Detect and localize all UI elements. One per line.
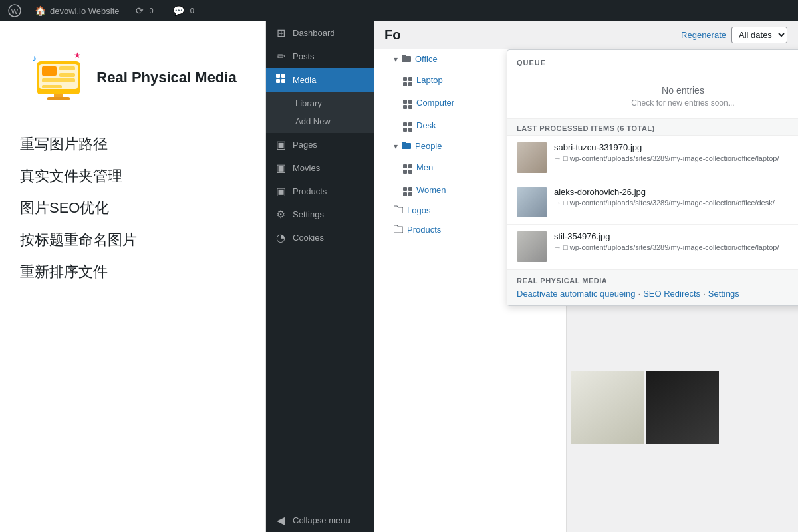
media-thumb-7[interactable] (571, 371, 644, 444)
queue-title: QUEUE (517, 59, 546, 66)
folder-label-computer: Computer (416, 98, 454, 108)
svg-rect-9 (42, 78, 75, 82)
media-thumb-8[interactable] (646, 371, 719, 444)
grid-icon-desk (403, 118, 412, 132)
feature-item-3: 图片SEO优化 (20, 198, 245, 218)
dashboard-icon: ⊞ (274, 27, 287, 39)
sidebar-label-settings: Settings (293, 209, 324, 219)
office-toggle-icon: ▾ (394, 55, 398, 64)
movies-icon: ▣ (274, 162, 287, 174)
queue-footer-title: REAL PHYSICAL MEDIA (517, 277, 798, 285)
folder-icon-office (402, 54, 411, 64)
cookies-icon: ◔ (274, 231, 287, 244)
wp-sidebar: ⊞ Dashboard ✏ Posts Media Library (266, 21, 374, 532)
sidebar-item-pages[interactable]: ▣ Pages (266, 133, 374, 156)
feature-item-5: 重新排序文件 (20, 262, 245, 282)
sidebar-item-movies[interactable]: ▣ Movies (266, 156, 374, 180)
sidebar-label-posts: Posts (293, 51, 315, 61)
pages-icon: ▣ (274, 138, 287, 151)
admin-bar: W 🏠 devowl.io Website ⟳ 0 💬 0 (0, 0, 798, 21)
promo-features-list: 重写图片路径 真实文件夹管理 图片SEO优化 按标题重命名图片 重新排序文件 (20, 134, 245, 282)
promo-panel: ♪ ★ Real Physical Media 重写图片路径 真实文件夹管理 图… (0, 21, 266, 532)
sidebar-sub-addnew[interactable]: Add New (266, 112, 374, 130)
sidebar-item-posts[interactable]: ✏ Posts (266, 45, 374, 68)
folder-item-office-left: ▾ Office (394, 54, 438, 64)
sidebar-media-submenu: Library Add New (266, 92, 374, 133)
queue-sep-1: · (638, 289, 641, 299)
folder-item-desk-left: Desk (403, 118, 436, 132)
folder-item-women-left: Women (403, 183, 446, 196)
queue-item-2-path: → □ wp-content/uploads/sites/3289/my-ima… (554, 199, 798, 207)
regen-link[interactable]: Regenerate (681, 30, 726, 40)
svg-rect-10 (42, 85, 62, 88)
sidebar-label-pages: Pages (293, 140, 317, 150)
svg-rect-8 (59, 73, 75, 77)
date-filter-select[interactable]: All dates (732, 27, 787, 43)
sidebar-item-settings[interactable]: ⚙ Settings (266, 203, 374, 226)
content-area: Fo Regenerate All dates ▾ (374, 21, 798, 532)
updates-count: 0 (146, 6, 157, 15)
wp-icon[interactable]: W (5, 1, 24, 20)
sidebar-item-dashboard[interactable]: ⊞ Dashboard (266, 21, 374, 45)
folder-item-people-left: ▾ People (394, 141, 442, 151)
queue-deactivate-link[interactable]: Deactivate automatic queueing (517, 289, 636, 299)
queue-item-2: aleks-dorohovich-26.jpg → □ wp-content/u… (507, 180, 798, 225)
svg-text:★: ★ (74, 51, 81, 60)
feature-item-4: 按标题重命名图片 (20, 230, 245, 250)
folder-label-laptop: Laptop (416, 75, 443, 85)
svg-rect-6 (42, 66, 57, 76)
sidebar-item-collapse[interactable]: ◀ Collapse menu (266, 509, 374, 532)
queue-footer-links: Deactivate automatic queueing · SEO Redi… (517, 289, 798, 299)
folder-icon-people (402, 141, 411, 151)
queue-item-3-path: → □ wp-content/uploads/sites/3289/my-ima… (554, 243, 798, 251)
grid-icon-men (403, 160, 412, 174)
queue-seo-link[interactable]: SEO Redirects (643, 289, 700, 299)
folder-label-men: Men (416, 162, 433, 172)
media-library-title: Fo (384, 27, 400, 43)
posts-icon: ✏ (274, 50, 287, 63)
promo-title: Real Physical Media (96, 68, 236, 88)
queue-item-1: sabri-tuzcu-331970.jpg → □ wp-content/up… (507, 136, 798, 180)
feature-item-1: 重写图片路径 (20, 134, 245, 154)
sidebar-label-collapse: Collapse menu (293, 515, 350, 525)
media-topbar: Fo Regenerate All dates (374, 21, 798, 49)
queue-item-3: stil-354976.jpg → □ wp-content/uploads/s… (507, 225, 798, 269)
queue-empty-sub: Check for new entries soon... (518, 98, 798, 108)
sidebar-item-media[interactable]: Media (266, 68, 374, 92)
folder-icon-products (394, 225, 403, 235)
svg-rect-7 (59, 66, 75, 70)
sidebar-label-media: Media (293, 75, 316, 85)
folder-item-laptop-left: Laptop (403, 73, 443, 86)
queue-empty-title: No entries (518, 85, 798, 96)
media-icon (274, 73, 287, 86)
admin-bar-site[interactable]: 🏠 devowl.io Website (29, 5, 125, 16)
svg-rect-13 (276, 74, 280, 78)
grid-icon-laptop (403, 73, 412, 86)
queue-popup: QUEUE × No entries Check for new entries… (507, 49, 798, 306)
promo-logo: ♪ ★ Real Physical Media (29, 48, 236, 108)
grid-icon-women (403, 183, 412, 196)
svg-rect-3 (47, 97, 70, 100)
svg-rect-16 (281, 79, 285, 83)
svg-text:♪: ♪ (32, 53, 37, 63)
admin-bar-comments[interactable]: 💬 0 (168, 5, 203, 16)
queue-item-2-info: aleks-dorohovich-26.jpg → □ wp-content/u… (554, 187, 798, 207)
svg-rect-15 (276, 79, 280, 83)
queue-item-2-name: aleks-dorohovich-26.jpg (554, 187, 798, 197)
admin-bar-updates[interactable]: ⟳ 0 (130, 5, 162, 16)
promo-logo-graphic: ♪ ★ (29, 48, 88, 108)
sidebar-item-products[interactable]: ▣ Products (266, 180, 374, 203)
queue-item-1-name: sabri-tuzcu-331970.jpg (554, 142, 798, 152)
sidebar-sub-library[interactable]: Library (266, 94, 374, 112)
queue-item-3-info: stil-354976.jpg → □ wp-content/uploads/s… (554, 231, 798, 251)
queue-sep-2: · (703, 289, 706, 299)
folder-item-men-left: Men (403, 160, 433, 174)
settings-icon: ⚙ (274, 208, 287, 221)
queue-settings-link[interactable]: Settings (708, 289, 739, 299)
queue-footer: REAL PHYSICAL MEDIA Deactivate automatic… (507, 269, 798, 305)
folder-item-products-left: Products (394, 225, 441, 235)
main-wrapper: ♪ ★ Real Physical Media 重写图片路径 真实文件夹管理 图… (0, 21, 798, 532)
queue-section-title: LAST PROCESSED ITEMS (6 TOTAL) (507, 118, 798, 136)
folder-item-computer-left: Computer (403, 96, 454, 109)
sidebar-item-cookies[interactable]: ◔ Cookies (266, 226, 374, 249)
